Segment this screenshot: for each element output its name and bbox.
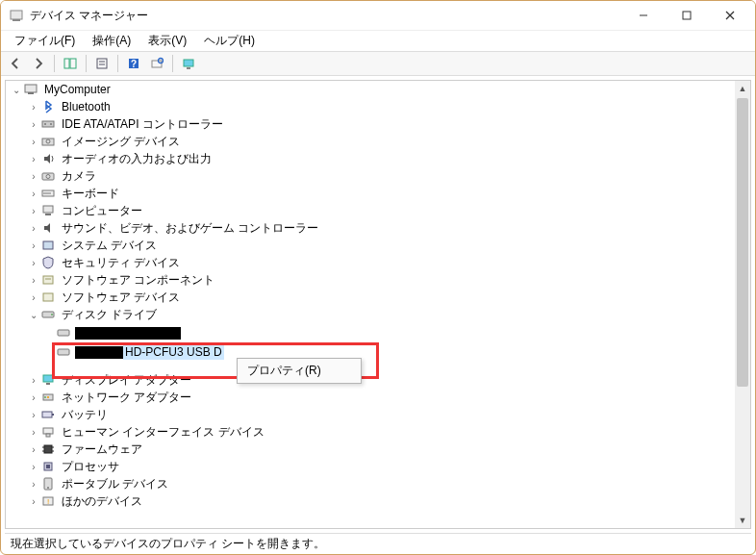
expand-icon[interactable]: › [27,119,40,130]
title-bar: デバイス マネージャー [1,1,755,30]
disk-drive-item-selected[interactable]: HD-PCFU3 USB D [6,342,735,362]
expand-icon[interactable]: › [27,189,40,199]
svg-rect-6 [64,59,69,68]
svg-point-44 [44,396,46,398]
device-category[interactable]: ›ファームウェア [6,441,735,458]
svg-rect-41 [43,375,53,382]
toolbar-separator [117,55,118,72]
properties-button[interactable] [91,53,113,74]
swdev-icon [40,290,56,304]
bluetooth-icon [40,100,56,114]
expand-icon[interactable]: › [27,479,40,490]
scan-hardware-button[interactable] [146,53,167,74]
tree-root-label: MyComputer [42,82,113,97]
expand-icon[interactable]: › [27,496,40,507]
expand-icon[interactable]: › [27,462,40,472]
category-label: ほかのデバイス [60,492,144,511]
expand-icon[interactable]: › [27,292,40,303]
svg-rect-34 [43,276,53,284]
svg-rect-32 [45,214,51,215]
device-category[interactable]: ›ネットワーク アダプター [6,389,735,406]
menu-action[interactable]: 操作(A) [85,31,139,51]
category-label: ディスプレイ アダプター [60,371,193,390]
expand-icon[interactable]: › [27,375,40,386]
svg-rect-1 [13,19,20,21]
menu-help[interactable]: ヘルプ(H) [196,31,263,51]
device-category[interactable]: ›ソフトウェア デバイス [6,289,735,306]
category-label: ソフトウェア コンポーネント [60,271,216,290]
device-category[interactable]: ›コンピューター [6,202,735,219]
svg-rect-49 [46,434,50,437]
monitor-button[interactable] [178,53,199,74]
device-category[interactable]: ›ポータブル デバイス [6,475,735,492]
context-menu-properties[interactable]: プロパティ(R) [238,359,361,383]
minimize-button[interactable] [621,2,665,29]
expand-icon[interactable]: › [27,275,40,286]
help-button[interactable]: ? [123,53,144,74]
svg-rect-31 [43,206,53,213]
disk-drive-item[interactable] [6,323,735,342]
device-category[interactable]: ›ソフトウェア コンポーネント [6,271,735,289]
close-button[interactable] [708,2,751,29]
device-category[interactable]: ›サウンド、ビデオ、およびゲーム コントローラー [6,219,735,237]
device-category[interactable]: ›Bluetooth [6,98,735,115]
category-label: ヒューマン インターフェイス デバイス [60,423,266,441]
category-label: コンピューター [60,202,144,220]
portable-icon [40,477,56,491]
expand-icon[interactable]: › [27,240,40,251]
expand-icon[interactable]: › [27,137,40,147]
expand-icon[interactable]: › [27,171,40,182]
expand-icon[interactable]: › [27,258,40,268]
tree-root[interactable]: ⌄ MyComputer [6,81,735,98]
category-label: ネットワーク アダプター [60,389,193,407]
category-label: システム デバイス [60,237,159,255]
device-category[interactable]: ›イメージング デバイス [6,133,735,150]
svg-rect-48 [43,428,53,434]
collapse-icon[interactable]: ⌄ [27,310,40,320]
computer-icon [23,83,38,96]
expand-icon[interactable]: › [27,223,40,234]
expand-icon[interactable]: › [27,206,40,216]
scroll-up-icon[interactable]: ▲ [735,81,750,96]
network-icon [40,391,56,404]
device-category[interactable]: ›ディスプレイ アダプター [6,371,735,389]
category-disk-drives[interactable]: ⌄ ディスク ドライブ [6,306,735,323]
scroll-thumb[interactable] [737,98,748,387]
menu-file[interactable]: ファイル(F) [7,31,83,51]
context-menu: プロパティ(R) [237,358,362,384]
expand-icon[interactable]: › [27,392,40,403]
toolbar-separator [172,55,173,72]
category-label: ソフトウェア デバイス [60,289,182,307]
forward-button[interactable] [28,53,49,74]
category-label: イメージング デバイス [60,133,182,151]
device-category[interactable]: ›オーディオの入力および出力 [6,150,735,167]
device-category[interactable]: ›キーボード [6,185,735,202]
category-label: カメラ [60,167,98,186]
svg-point-20 [44,123,46,125]
collapse-icon[interactable]: ⌄ [10,85,23,95]
expand-icon[interactable]: › [27,444,40,455]
menu-view[interactable]: 表示(V) [140,31,194,51]
device-category[interactable]: ›ヒューマン インターフェイス デバイス [6,423,735,441]
scroll-down-icon[interactable]: ▼ [735,513,750,528]
back-button[interactable] [5,53,26,74]
expand-icon[interactable]: › [27,410,40,420]
expand-icon[interactable]: › [27,427,40,438]
expand-icon[interactable]: › [27,154,40,164]
device-category[interactable]: ›プロセッサ [6,458,735,475]
device-category[interactable]: ›セキュリティ デバイス [6,254,735,271]
sound-icon [40,221,56,235]
system-icon [40,239,56,252]
device-category[interactable]: ›IDE ATA/ATAPI コントローラー [6,115,735,133]
svg-rect-13 [152,61,162,67]
show-hide-tree-button[interactable] [60,53,81,74]
svg-rect-42 [46,383,50,385]
window-title: デバイス マネージャー [30,8,621,24]
device-category[interactable]: ›バッテリ [6,406,735,423]
device-category[interactable]: ›システム デバイス [6,237,735,254]
device-category[interactable]: ›!ほかのデバイス [6,492,735,510]
expand-icon[interactable]: › [27,102,40,113]
maximize-button[interactable] [665,2,708,29]
vertical-scrollbar[interactable]: ▲ ▼ [735,81,750,528]
device-category[interactable]: ›カメラ [6,167,735,185]
